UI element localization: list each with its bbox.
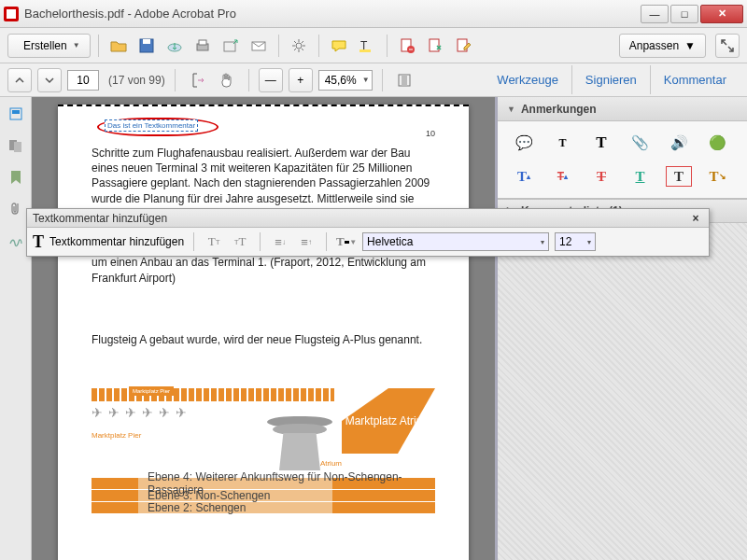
separator xyxy=(98,35,99,57)
fullscreen-button[interactable] xyxy=(715,34,740,58)
window-minimize-button[interactable]: — xyxy=(641,5,669,23)
separator xyxy=(382,69,383,91)
window-titlebar: Bachelorthesis.pdf - Adobe Acrobat Pro —… xyxy=(0,0,747,28)
save-button[interactable] xyxy=(134,34,159,58)
comment-list-body xyxy=(498,223,747,560)
svg-rect-16 xyxy=(402,75,407,86)
signatures-icon[interactable] xyxy=(7,231,25,250)
text-annotation[interactable]: Das ist ein Textkommentar xyxy=(105,119,198,132)
open-button[interactable] xyxy=(106,34,131,58)
attachments-icon[interactable] xyxy=(7,200,25,218)
annotations-panel-header[interactable]: ▼ Anmerkungen xyxy=(498,97,747,121)
separator xyxy=(387,35,388,57)
create-label: Erstellen xyxy=(23,39,67,52)
text-tool-icon: T xyxy=(33,232,44,252)
highlight-button[interactable]: T xyxy=(355,34,379,58)
export-pdf-button[interactable] xyxy=(423,34,447,58)
strikethrough-tool[interactable]: T xyxy=(588,166,614,187)
page-up-button[interactable] xyxy=(7,68,32,92)
svg-point-8 xyxy=(296,43,302,49)
insert-text-tool[interactable]: T▴ xyxy=(511,166,537,187)
atrium-shape: Marktplatz Atrium xyxy=(342,388,435,454)
font-family-dropdown[interactable]: Helvetica ▾ xyxy=(362,232,549,251)
attach-tool[interactable]: 📎 xyxy=(627,133,654,153)
svg-rect-10 xyxy=(359,49,371,52)
dropdown-icon: ▼ xyxy=(684,39,696,52)
float-toolbar-title[interactable]: Textkommentar hinzufügen × xyxy=(27,209,709,228)
page-number-input[interactable] xyxy=(67,70,99,91)
select-tool-button[interactable] xyxy=(185,68,209,92)
fit-width-button[interactable] xyxy=(392,68,416,92)
zoom-dropdown[interactable]: ▼ xyxy=(318,70,373,91)
float-close-button[interactable]: × xyxy=(688,212,703,225)
float-tool-label: Textkommentar hinzufügen xyxy=(49,235,184,248)
hand-tool-button[interactable] xyxy=(215,68,239,92)
text-tool[interactable]: T xyxy=(588,133,614,153)
callout-tool[interactable]: T↘ xyxy=(705,166,731,187)
sticky-note-tool[interactable]: 💬 xyxy=(511,133,537,153)
thumbnails-icon[interactable] xyxy=(7,105,25,123)
left-navigation-rail xyxy=(0,97,32,560)
page-number-label: 10 xyxy=(426,129,435,138)
customize-button[interactable]: Anpassen ▼ xyxy=(619,34,706,58)
dropdown-icon: ▼ xyxy=(73,41,80,49)
increase-size-button[interactable]: TT xyxy=(230,231,250,252)
airplane-icon: ✈ xyxy=(125,405,136,420)
note-button[interactable] xyxy=(327,34,351,58)
svg-rect-18 xyxy=(12,110,20,114)
svg-rect-2 xyxy=(143,39,150,44)
decrease-size-button[interactable]: TT xyxy=(204,231,224,252)
separator xyxy=(326,232,327,251)
collapse-icon: ▼ xyxy=(507,105,515,114)
airplane-icon: ✈ xyxy=(108,405,120,420)
separator xyxy=(318,35,319,57)
text-color-button[interactable]: T ▼ xyxy=(336,231,357,252)
cloud-button[interactable] xyxy=(162,34,187,58)
underline-tool[interactable]: T xyxy=(627,166,654,187)
delete-pdf-button[interactable] xyxy=(395,34,419,58)
body-text: Flugsteig A gebaut wurde, wird der neue … xyxy=(92,332,435,347)
decrease-line-spacing-button[interactable]: ≡↓ xyxy=(270,231,290,252)
dropdown-icon: ▾ xyxy=(541,238,544,246)
window-title: Bachelorthesis.pdf - Adobe Acrobat Pro xyxy=(24,7,639,21)
svg-rect-5 xyxy=(199,40,206,45)
document-viewport[interactable]: 10 Das ist ein Textkommentar Schritte zu… xyxy=(32,97,495,560)
pdf-page: 10 Das ist ein Textkommentar Schritte zu… xyxy=(58,105,469,560)
separator xyxy=(193,232,194,251)
email-button[interactable] xyxy=(247,34,271,58)
text-comment-toolbar[interactable]: Textkommentar hinzufügen × T Textkomment… xyxy=(26,208,710,257)
zoom-input[interactable] xyxy=(319,74,359,87)
share-button[interactable] xyxy=(218,34,243,58)
stamp-tool[interactable]: 🟢 xyxy=(705,133,731,153)
increase-line-spacing-button[interactable]: ≡↑ xyxy=(296,231,317,252)
window-close-button[interactable]: ✕ xyxy=(700,5,743,23)
window-maximize-button[interactable]: □ xyxy=(670,5,698,23)
tools-tab[interactable]: Werkzeuge xyxy=(484,65,571,94)
page-count-label: (17 von 99) xyxy=(108,74,165,87)
airplane-icon: ✈ xyxy=(159,405,170,420)
audio-tool[interactable]: 🔊 xyxy=(666,133,692,153)
sign-tab[interactable]: Signieren xyxy=(571,65,650,94)
comment-tab[interactable]: Kommentar xyxy=(650,65,740,94)
pages-icon[interactable] xyxy=(7,136,25,155)
zoom-out-button[interactable]: — xyxy=(259,68,283,92)
print-button[interactable] xyxy=(190,34,215,58)
annotation-tools-grid: 💬 T T 📎 🔊 🟢 T▴ T▴ T T T T↘ xyxy=(498,121,747,199)
separator xyxy=(260,232,261,251)
create-button[interactable]: Erstellen ▼ xyxy=(7,34,91,58)
text-box-tool[interactable]: T xyxy=(666,166,692,187)
airplane-icon: ✈ xyxy=(92,405,103,420)
airplane-icon: ✈ xyxy=(142,405,153,420)
main-toolbar: Erstellen ▼ T Anpassen ▼ xyxy=(0,28,747,63)
comments-panel: ▼ Anmerkungen 💬 T T 📎 🔊 🟢 T▴ T▴ T T T T↘… xyxy=(495,97,747,560)
edit-pdf-button[interactable] xyxy=(451,34,475,58)
page-down-button[interactable] xyxy=(37,68,62,92)
highlight-tool[interactable]: T xyxy=(550,133,576,153)
nav-toolbar: (17 von 99) — + ▼ Werkzeuge Signieren Ko… xyxy=(0,63,747,97)
replace-text-tool[interactable]: T▴ xyxy=(550,166,576,187)
dropdown-icon: ▼ xyxy=(362,76,370,84)
font-size-dropdown[interactable]: 12 ▾ xyxy=(555,232,596,251)
zoom-in-button[interactable]: + xyxy=(289,68,313,92)
bookmarks-icon[interactable] xyxy=(7,168,25,187)
settings-button[interactable] xyxy=(287,34,311,58)
